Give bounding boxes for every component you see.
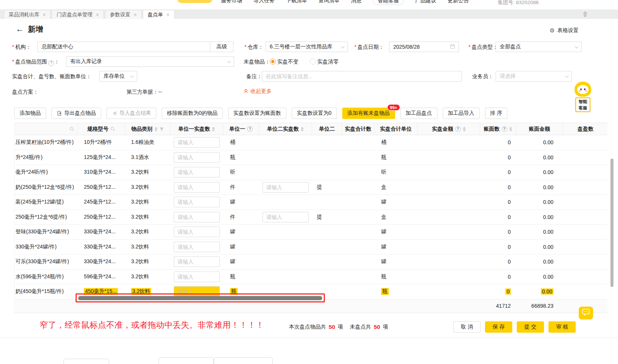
tab-菜品消耗出库[interactable]: 菜品消耗出库×	[4, 10, 51, 19]
column-header-category[interactable]: 物品类别	[125, 123, 170, 135]
cell-book-amount: 0.00	[516, 169, 563, 175]
column-header-total-unit: 实盘合计单位	[374, 123, 418, 135]
toolbar-button-加工品盘点[interactable]: 加工品盘点	[400, 108, 437, 119]
vertical-scrollbar[interactable]	[610, 159, 613, 287]
cell-total-unit: 罐	[374, 258, 418, 265]
unit1-qty-input[interactable]	[174, 182, 220, 193]
unit1-qty-input[interactable]	[174, 256, 220, 267]
toolbar-button-添加有账未盘物品[interactable]: 添加有账未盘物品99+	[342, 108, 395, 119]
tab-bar-corner-icon[interactable]	[582, 11, 588, 17]
toolbar-button-移除账面数为0的物品[interactable]: 移除账面数为0的物品	[162, 108, 223, 119]
action-button-取消[interactable]: 取 消	[453, 321, 480, 333]
toolbar-button-导出盘点物品[interactable]: 导出盘点物品	[51, 108, 101, 119]
action-button-审核[interactable]: 审 核	[548, 321, 576, 333]
type-select[interactable]: 全部盘点	[496, 42, 582, 52]
sort-icon[interactable]	[212, 127, 215, 131]
cell-total-unit: 瓶	[374, 154, 418, 161]
table-settings-button[interactable]: ⚙ 表格设置	[550, 27, 578, 34]
sort-icon[interactable]	[301, 127, 304, 131]
cell-category: 3.2饮料	[125, 258, 170, 265]
column-header-unit1[interactable]: 单位一?	[223, 123, 259, 135]
tab-close-icon[interactable]: ×	[43, 12, 46, 17]
radio-zero[interactable]: 实盘清零	[310, 56, 338, 67]
inventory-table: 规格型号物品类别单位一实盘数单位一?单位二实盘数单位二实盘合计数实盘合计单位实盘…	[14, 123, 607, 313]
unit2-qty-input[interactable]	[263, 212, 309, 222]
calendar-icon	[450, 44, 455, 50]
unit1-qty-input[interactable]	[174, 212, 220, 222]
help-icon[interactable]: ?	[48, 60, 54, 66]
tab-close-icon[interactable]: ×	[134, 12, 137, 17]
scope-select[interactable]: 有出入库记录	[66, 56, 234, 67]
tab-close-icon[interactable]: ×	[167, 12, 170, 17]
column-header-unit2-qty[interactable]: 单位二实盘数	[259, 123, 312, 135]
export-icon	[57, 111, 62, 116]
back-arrow-icon[interactable]: ←	[16, 25, 24, 34]
top-nav-item[interactable]: 查询清单	[318, 0, 340, 4]
cell-unit1-qty	[170, 271, 223, 282]
unit-mode-select[interactable]: 库存单位	[99, 71, 137, 82]
sort-icon[interactable]	[463, 127, 466, 131]
cell-spec: 310毫升*24...	[78, 169, 125, 176]
toolbar-button-加工品导入[interactable]: 加工品导入	[443, 108, 480, 119]
column-header-amount[interactable]: 实盘金额?	[418, 123, 480, 135]
org-input[interactable]	[37, 42, 210, 52]
tab-门店盘点单管理[interactable]: 门店盘点单管理×	[52, 10, 104, 19]
action-buttons: 取 消保 存提 交审 核	[453, 321, 576, 333]
top-nav-item[interactable]: 更新公告	[448, 0, 469, 4]
remark-label: 备注：	[246, 71, 262, 82]
filter-icon[interactable]	[159, 127, 164, 131]
cell-book-amount: 0.00	[516, 214, 563, 220]
trial-button-fragment[interactable]	[178, 0, 212, 3]
count-total: 50	[329, 324, 335, 330]
unit1-qty-input[interactable]	[174, 271, 220, 282]
help-icon[interactable]: ?	[502, 126, 507, 132]
unit1-qty-input[interactable]	[174, 167, 220, 177]
cell-unit2-qty	[259, 212, 312, 222]
action-button-保存[interactable]: 保 存	[485, 321, 512, 333]
sort-icon[interactable]	[154, 127, 158, 131]
tab-盘点单[interactable]: 盘点单×	[143, 10, 175, 19]
sort-icon[interactable]	[509, 127, 512, 131]
action-button-提交[interactable]: 提 交	[517, 321, 544, 333]
toolbar-button-导入盘点结果[interactable]: 导入盘点结果	[107, 108, 156, 119]
advanced-button[interactable]: 高级	[210, 42, 233, 52]
tab-close-icon[interactable]: ×	[96, 12, 99, 17]
unit1-qty-input[interactable]	[174, 152, 220, 163]
warehouse-select[interactable]: 6.三号楼一层一次性用品库	[266, 42, 348, 52]
remark-input[interactable]	[262, 71, 462, 82]
unit1-qty-input[interactable]	[174, 197, 220, 207]
top-nav-item[interactable]: 下载清单	[286, 0, 307, 4]
radio-selected-icon	[270, 59, 276, 65]
toolbar-button-实盘数设置为0[interactable]: 实盘数设置为0	[292, 108, 337, 119]
column-header-unit1-qty[interactable]: 单位一实盘数	[170, 123, 223, 135]
toolbar-button-排序[interactable]: 排 序	[485, 108, 508, 119]
top-nav-item[interactable]: 服务市场	[221, 0, 242, 4]
toolbar-button-添加物品[interactable]: 添加物品	[14, 108, 46, 119]
search-icon[interactable]	[110, 126, 115, 131]
unit1-qty-input[interactable]	[174, 227, 220, 237]
top-nav-item[interactable]: 产品建议	[415, 0, 436, 4]
tab-参数设置[interactable]: 参数设置×	[105, 10, 142, 19]
unit1-qty-input[interactable]	[174, 242, 220, 252]
column-header-spec[interactable]: 规格型号	[78, 123, 125, 135]
feedback-chat-button[interactable]	[579, 307, 593, 319]
date-input[interactable]: 2025/08/28	[389, 42, 459, 52]
cell-book-qty: 0	[480, 259, 516, 265]
column-header-name[interactable]	[15, 123, 78, 135]
assistant-mascot[interactable]: 智能客服	[575, 82, 591, 112]
column-header-book-qty[interactable]: 账面数?	[480, 123, 516, 135]
collapse-more-link[interactable]: 收起更多	[244, 88, 272, 95]
unit1-qty-input[interactable]	[174, 137, 220, 148]
help-icon[interactable]: ?	[455, 126, 461, 132]
cell-name: 奶(450毫升*15瓶/件)	[15, 288, 78, 295]
top-nav-item[interactable]: 消息	[351, 0, 362, 4]
unit2-qty-input[interactable]	[263, 182, 309, 193]
top-nav-item[interactable]: 导入任务	[253, 0, 275, 4]
chevron-down-icon	[130, 74, 134, 78]
salesman-select[interactable]: 请选择	[496, 71, 572, 82]
radio-keep[interactable]: 实盘不变	[270, 56, 298, 67]
toolbar-button-实盘数设置为账面数[interactable]: 实盘数设置为账面数	[228, 108, 286, 119]
search-icon[interactable]	[70, 126, 74, 131]
help-icon[interactable]: ?	[247, 126, 253, 132]
top-nav-item[interactable]: 智能客服	[373, 0, 404, 5]
